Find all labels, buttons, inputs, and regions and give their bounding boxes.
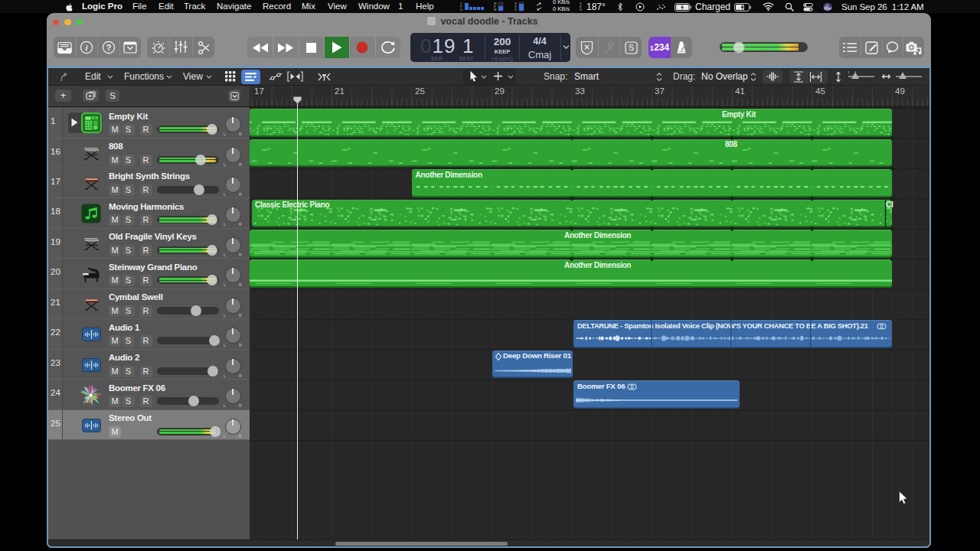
svg-text:i: i bbox=[86, 43, 89, 52]
svg-text:M: M bbox=[494, 8, 496, 11]
svg-text:U: U bbox=[460, 8, 462, 11]
svg-text:N: N bbox=[580, 8, 582, 11]
svg-text:S: S bbox=[629, 43, 634, 52]
svg-text:?: ? bbox=[106, 43, 111, 52]
svg-text:D: D bbox=[514, 8, 517, 11]
